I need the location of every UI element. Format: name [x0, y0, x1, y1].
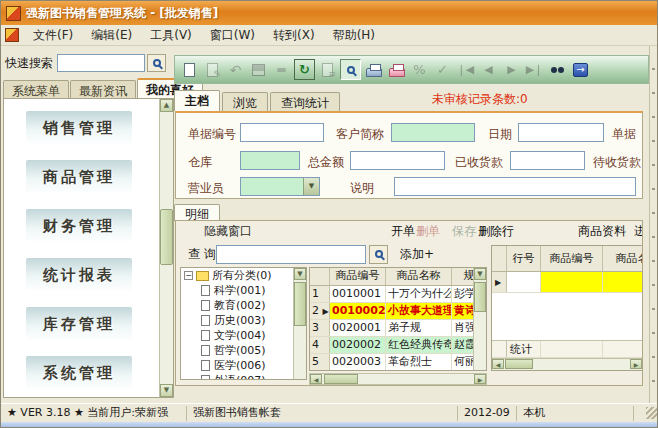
sidebar-item-system[interactable]: 系统管理: [26, 356, 132, 390]
quick-search-input[interactable]: [57, 54, 145, 72]
tree-scrollbar[interactable]: ▲ ▼: [293, 268, 306, 379]
menu-window[interactable]: 窗口(W): [201, 25, 264, 46]
pending-label: 待收货款: [593, 154, 641, 171]
tree-root[interactable]: − 所有分类(0): [181, 268, 306, 283]
tree-node-language[interactable]: 外语(007): [181, 373, 306, 380]
title-bar[interactable]: 强新图书销售管理系统 - [批发销售]: [1, 1, 658, 25]
table-row[interactable]: 4 0020002 红色经典传奇 赵霞: [310, 337, 486, 354]
total-input[interactable]: [350, 151, 445, 170]
prev-record-icon: ◀: [478, 59, 499, 80]
collapse-icon[interactable]: −: [184, 271, 193, 280]
received-input[interactable]: [510, 151, 585, 170]
print-icon[interactable]: [363, 59, 384, 80]
app-logo-icon: [5, 28, 19, 42]
app-logo-icon: [6, 6, 21, 21]
stamp-icon: ✓: [432, 59, 453, 80]
tree-node-science[interactable]: 科学(001): [181, 283, 306, 298]
menu-goto[interactable]: 转到(X): [264, 25, 324, 46]
sidebar-item-reports[interactable]: 统计报表: [26, 258, 132, 292]
table-row-selected[interactable]: 2 ▶ 0010002 小故事大道理 黄诗: [310, 303, 486, 320]
refresh-icon[interactable]: ↻: [294, 59, 315, 80]
scrollbar-thumb[interactable]: [324, 374, 358, 384]
scroll-right-icon[interactable]: ▶: [630, 359, 642, 369]
warehouse-input[interactable]: [240, 151, 300, 170]
scrollbar-thumb[interactable]: [294, 282, 306, 326]
product-table-vscrollbar[interactable]: ▲ ▼: [473, 268, 486, 371]
sidebar-tab-system-menu[interactable]: 系统菜单: [3, 80, 69, 98]
open-bill-button[interactable]: 开单: [391, 223, 415, 240]
sidebar-scrollbar[interactable]: ▲ ▼: [159, 99, 173, 397]
sidebar-tab-news[interactable]: 最新资讯: [70, 80, 136, 98]
sidebar-item-inventory[interactable]: 库存管理: [26, 307, 132, 341]
menu-help[interactable]: 帮助(H): [324, 25, 384, 46]
table-header: 行号 商品编号 商品名称: [492, 246, 642, 272]
scrollbar-thumb[interactable]: [160, 209, 173, 265]
menu-file[interactable]: 文件(F): [24, 25, 82, 46]
tab-detail[interactable]: 明细: [174, 204, 220, 221]
scroll-down-icon[interactable]: ▼: [474, 268, 486, 280]
sidebar-item-sales[interactable]: 销售管理: [26, 111, 132, 145]
customer-input[interactable]: [391, 123, 475, 142]
scroll-down-icon[interactable]: ▼: [160, 384, 173, 397]
tree-node-philosophy[interactable]: 哲学(005): [181, 343, 306, 358]
sidebar-item-finance[interactable]: 财务管理: [26, 209, 132, 243]
status-spacer: [634, 406, 646, 421]
table-row[interactable]: 1 0010001 十万个为什么 彭学军: [310, 286, 486, 303]
product-table-hscrollbar[interactable]: ◀ ▶: [309, 373, 487, 385]
file-icon: [201, 375, 210, 380]
doc-no-input[interactable]: [240, 123, 324, 142]
chevron-down-icon[interactable]: ▼: [303, 178, 319, 195]
query-search-button[interactable]: [369, 245, 388, 264]
main-area: ✎ ↶ ▬ ↻ ≡ % ✓ ❘◀ ◀ ▶ ▶❘ → 主档 浏览 查询统计 未审核…: [174, 46, 649, 403]
doc-clipped-label: 单据: [612, 126, 636, 143]
customer-label: 客户简称: [336, 126, 384, 143]
product-info-button[interactable]: 商品资料: [578, 223, 626, 240]
salesman-dropdown[interactable]: ▼: [240, 177, 320, 196]
menu-edit[interactable]: 编辑(E): [82, 25, 141, 46]
sidebar-item-products[interactable]: 商品管理: [26, 160, 132, 194]
table-row[interactable]: 5 0020003 革命烈士 何丽: [310, 354, 486, 371]
delete-icon: ▬: [271, 59, 292, 80]
scroll-right-icon[interactable]: ▶: [474, 374, 486, 384]
scrollbar-thumb[interactable]: [474, 282, 486, 312]
tree-node-literature[interactable]: 文学(004): [181, 328, 306, 343]
preview-icon[interactable]: [340, 59, 361, 80]
new-icon[interactable]: [179, 59, 200, 80]
tree-node-education[interactable]: 教育(002): [181, 298, 306, 313]
scroll-left-icon[interactable]: ◀: [310, 374, 322, 384]
detail-tabrow: 明细: [174, 203, 649, 221]
tab-query-stats[interactable]: 查询统计: [270, 92, 340, 111]
sidebar-panel: 销售管理 商品管理 财务管理 统计报表 库存管理 系统管理 ▲ ▼: [3, 98, 174, 398]
exit-icon[interactable]: →: [570, 59, 591, 80]
detail-actions: 隐藏窗口 开单 删单 保存 删除行 商品资料 进: [176, 223, 643, 241]
query-input[interactable]: [216, 245, 366, 264]
scroll-down-icon[interactable]: ▼: [294, 268, 306, 280]
tab-master[interactable]: 主档: [174, 90, 220, 111]
app-window: 强新图书销售管理系统 - [批发销售] 文件(F) 编辑(E) 工具(V) 窗口…: [0, 0, 658, 428]
scroll-left-icon[interactable]: ◀: [492, 359, 504, 369]
remark-input[interactable]: [394, 177, 636, 196]
delete-row-button[interactable]: 删除行: [478, 223, 514, 240]
tree-node-medicine[interactable]: 医学(006): [181, 358, 306, 373]
add-link[interactable]: 添加+: [400, 246, 434, 263]
query-label: 查 询: [178, 246, 216, 263]
workspace-tabs: 主档 浏览 查询统计 未审核记录条数:0: [174, 89, 649, 111]
period-label: 2012-09: [458, 406, 517, 421]
order-table-hscrollbar[interactable]: ◀ ▶: [492, 358, 642, 370]
scroll-up-icon[interactable]: ▲: [160, 99, 173, 112]
main-toolbar: ✎ ↶ ▬ ↻ ≡ % ✓ ❘◀ ◀ ▶ ▶❘ →: [174, 55, 649, 84]
scrollbar-thumb[interactable]: [505, 359, 533, 369]
tree-node-history[interactable]: 历史(003): [181, 313, 306, 328]
tab-browse[interactable]: 浏览: [222, 92, 268, 111]
hide-window-button[interactable]: 隐藏窗口: [204, 223, 252, 240]
menu-tools[interactable]: 工具(V): [141, 25, 201, 46]
clipped-action-button[interactable]: 进: [634, 223, 643, 240]
table-row-pending[interactable]: ▶: [492, 272, 642, 293]
resize-grip[interactable]: [646, 407, 658, 419]
quick-search-button[interactable]: [147, 54, 166, 72]
table-row[interactable]: 3 0020001 弟子规 肖强: [310, 320, 486, 337]
find-icon[interactable]: [547, 59, 568, 80]
version-label: ★ VER 3.18 ★: [7, 406, 84, 419]
date-input[interactable]: [518, 123, 604, 142]
print-setup-icon[interactable]: [386, 59, 407, 80]
